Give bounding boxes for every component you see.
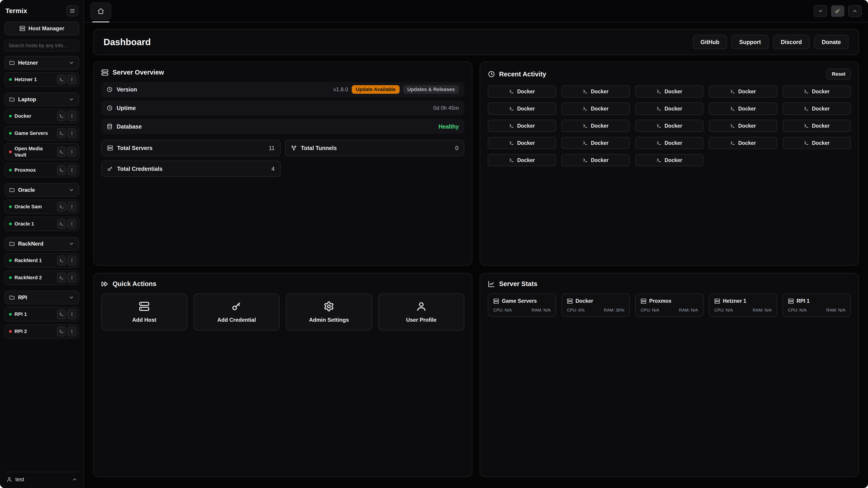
recent-activity-item[interactable]: Docker [709, 86, 777, 98]
terminal-button[interactable] [57, 309, 66, 319]
recent-activity-label: Docker [591, 123, 609, 129]
terminal-button[interactable] [57, 219, 66, 229]
host-item[interactable]: Oracle 1 [4, 217, 79, 231]
host-item[interactable]: RackNerd 1 [4, 253, 79, 268]
host-menu-button[interactable] [67, 256, 76, 265]
recent-activity-item[interactable]: Docker [488, 86, 556, 98]
server-stat-tile[interactable]: RPI 1 CPU: N/A RAM: N/A [782, 293, 851, 317]
terminal-button[interactable] [57, 128, 66, 138]
chevron-down-icon[interactable] [67, 58, 76, 67]
update-available-badge[interactable]: Update Available [352, 85, 400, 94]
recent-activity-item[interactable]: Docker [561, 154, 630, 166]
server-stat-tile[interactable]: Game Servers CPU: N/A RAM: N/A [488, 293, 556, 317]
updates-releases-button[interactable]: Updates & Releases [403, 85, 459, 94]
terminal-button[interactable] [57, 147, 66, 157]
terminal-icon [804, 89, 809, 94]
group-header[interactable]: Hetzner [4, 56, 79, 70]
tab-home[interactable] [90, 2, 111, 20]
host-menu-button[interactable] [67, 128, 76, 138]
group-name: RPI [18, 294, 64, 301]
host-manager-button[interactable]: Host Manager [4, 22, 79, 35]
recent-activity-item[interactable]: Docker [782, 86, 851, 98]
host-menu-button[interactable] [67, 202, 76, 212]
host-menu-button[interactable] [67, 74, 76, 85]
terminal-button[interactable] [57, 256, 66, 265]
chevron-down-icon[interactable] [67, 95, 76, 104]
host-menu-button[interactable] [67, 111, 76, 121]
host-item[interactable]: Proxmox [4, 163, 79, 177]
recent-activity-item[interactable]: Docker [635, 137, 704, 149]
recent-activity-item[interactable]: Docker [635, 86, 704, 98]
terminal-button[interactable] [57, 326, 66, 336]
sidebar-menu-button[interactable] [66, 5, 78, 16]
kebab-menu-icon [70, 150, 74, 154]
credentials-button[interactable] [831, 5, 844, 17]
add-host-button[interactable]: Add Host [101, 293, 187, 330]
host-item[interactable]: Game Servers [4, 126, 79, 140]
recent-activity-item[interactable]: Docker [561, 103, 630, 115]
terminal-icon [509, 123, 514, 128]
host-menu-button[interactable] [67, 273, 76, 283]
server-stat-tile[interactable]: Docker CPU: 6% RAM: 30% [561, 293, 630, 317]
user-profile-button[interactable]: User Profile [378, 293, 465, 330]
host-item[interactable]: Oracle Sam [4, 199, 79, 214]
host-menu-button[interactable] [67, 147, 76, 157]
group-header[interactable]: Oracle [4, 183, 79, 197]
terminal-button[interactable] [57, 202, 66, 212]
recent-activity-item[interactable]: Docker [635, 120, 704, 132]
recent-activity-label: Docker [812, 89, 830, 95]
chevron-down-icon[interactable] [67, 239, 76, 248]
host-search-input[interactable] [4, 40, 79, 52]
clock-icon [488, 70, 495, 78]
recent-activity-item[interactable]: Docker [635, 103, 704, 115]
host-menu-button[interactable] [67, 165, 76, 175]
recent-activity-item[interactable]: Docker [561, 86, 630, 98]
host-name: RackNerd 2 [14, 274, 54, 281]
host-menu-button[interactable] [67, 219, 76, 229]
recent-activity-item[interactable]: Docker [561, 137, 630, 149]
chevron-down-icon[interactable] [67, 293, 76, 302]
admin-settings-button[interactable]: Admin Settings [286, 293, 372, 330]
group-header[interactable]: RPI [4, 291, 79, 304]
host-item[interactable]: RackNerd 2 [4, 270, 79, 285]
terminal-button[interactable] [57, 165, 66, 175]
recent-activity-item[interactable]: Docker [709, 103, 777, 115]
support-button[interactable]: Support [732, 35, 769, 49]
scroll-tabs-down-button[interactable] [814, 5, 827, 17]
add-credential-button[interactable]: Add Credential [194, 293, 280, 330]
recent-activity-item[interactable]: Docker [709, 137, 777, 149]
server-stat-tile[interactable]: Proxmox CPU: N/A RAM: N/A [635, 293, 704, 317]
recent-activity-item[interactable]: Docker [782, 103, 851, 115]
host-item[interactable]: RPI 1 [4, 307, 79, 322]
gear-icon [323, 301, 334, 312]
host-item[interactable]: Hetzner 1 [4, 72, 79, 87]
terminal-button[interactable] [57, 74, 66, 85]
scroll-tabs-up-button[interactable] [848, 5, 862, 17]
host-menu-button[interactable] [67, 326, 76, 336]
server-stat-tile[interactable]: Hetzner 1 CPU: N/A RAM: N/A [709, 293, 777, 317]
recent-activity-item[interactable]: Docker [561, 120, 630, 132]
host-menu-button[interactable] [67, 309, 76, 319]
chevron-down-icon[interactable] [67, 186, 76, 195]
discord-button[interactable]: Discord [773, 35, 809, 49]
terminal-button[interactable] [57, 111, 66, 121]
recent-activity-item[interactable]: Docker [488, 103, 556, 115]
recent-activity-item[interactable]: Docker [488, 137, 556, 149]
host-name: Proxmox [14, 167, 54, 173]
terminal-button[interactable] [57, 273, 66, 283]
recent-activity-item[interactable]: Docker [782, 120, 851, 132]
github-button[interactable]: GitHub [693, 35, 727, 49]
host-item[interactable]: RPI 2 [4, 324, 79, 339]
host-item[interactable]: Open Media Vault [4, 143, 79, 160]
group-header[interactable]: Laptop [4, 93, 79, 106]
user-menu[interactable]: test [4, 472, 79, 484]
recent-activity-item[interactable]: Docker [635, 154, 704, 166]
recent-activity-item[interactable]: Docker [709, 120, 777, 132]
reset-button[interactable]: Reset [827, 69, 851, 79]
group-header[interactable]: RackNerd [4, 237, 79, 251]
recent-activity-item[interactable]: Docker [782, 137, 851, 149]
recent-activity-item[interactable]: Docker [488, 120, 556, 132]
donate-button[interactable]: Donate [814, 35, 848, 49]
host-item[interactable]: Docker [4, 109, 79, 123]
recent-activity-item[interactable]: Docker [488, 154, 556, 166]
